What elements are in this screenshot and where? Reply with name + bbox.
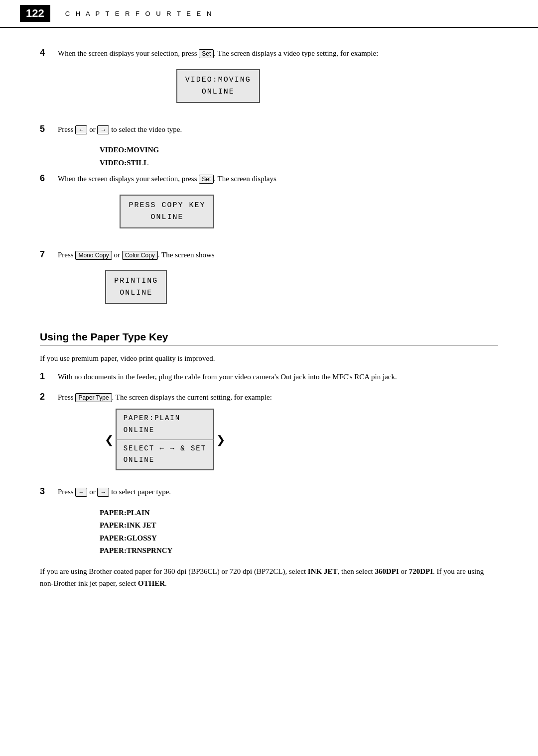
section-step-1-text: With no documents in the feeder, plug th…: [58, 371, 397, 383]
closing-bold-360dpi: 360DPI: [375, 567, 399, 575]
lcd-bot-box: SELECT ← → & SET ONLINE: [116, 439, 214, 471]
mono-copy-key: Mono Copy: [75, 251, 112, 260]
lcd-top-box: PAPER:PLAIN ONLINE: [116, 409, 214, 439]
lcd-6-content: PRESS COPY KEY ONLINE: [120, 195, 214, 228]
option-paper-glossy: PAPER:GLOSSY: [100, 532, 498, 545]
step-4: 4 When the screen displays your selectio…: [40, 48, 498, 115]
closing-bold-720dpi: 720DPI: [409, 567, 433, 575]
closing-bold-other: OTHER: [138, 579, 165, 587]
step-7-text: Press Mono Copy or Color Copy. The scree…: [58, 249, 215, 317]
lcd-display-7: PRINTING ONLINE: [58, 265, 215, 309]
step-5: 5 Press ← or → to select the video type.: [40, 124, 498, 135]
lcd-display-section-2: ❮ PAPER:PLAIN ONLINE SELECT ← → & SET ON…: [58, 409, 272, 470]
closing-text: If you are using Brother coated paper fo…: [40, 565, 498, 589]
page-header: 122 C H A P T E R F O U R T E E N: [0, 0, 538, 28]
left-arrow-key-3: ←: [75, 488, 87, 497]
step-6-text: When the screen displays your selection,…: [58, 173, 276, 240]
section-step-2-text: Press Paper Type. The screen displays th…: [58, 392, 272, 478]
lcd-group: PAPER:PLAIN ONLINE SELECT ← → & SET ONLI…: [116, 409, 214, 470]
set-key: Set: [199, 49, 214, 58]
section-step-1-number: 1: [40, 371, 54, 382]
step-4-text: When the screen displays your selection,…: [58, 48, 378, 115]
section-step-3-options: PAPER:PLAIN PAPER:INK JET PAPER:GLOSSY P…: [100, 507, 498, 557]
paper-type-key: Paper Type: [75, 393, 112, 402]
step-7: 7 Press Mono Copy or Color Copy. The scr…: [40, 249, 498, 317]
section-title: Using the Paper Type Key: [40, 331, 498, 345]
lcd-left-arrow: ❮: [105, 432, 114, 448]
step-5-options: VIDEO:MOVING VIDEO:STILL: [100, 144, 498, 169]
section-step-3: 3 Press ← or → to select paper type.: [40, 486, 498, 498]
option-paper-plain: PAPER:PLAIN: [100, 507, 498, 520]
step-5-number: 5: [40, 124, 54, 134]
closing-bold-inkjet: INK JET: [308, 567, 338, 575]
lcd-right-arrow: ❯: [216, 432, 225, 448]
lcd-7-content: PRINTING ONLINE: [105, 270, 167, 304]
section-step-1: 1 With no documents in the feeder, plug …: [40, 371, 498, 383]
step-6-number: 6: [40, 173, 54, 184]
set-key-6: Set: [199, 175, 214, 184]
lcd-4-content: VIDEO:MOVING ONLINE: [176, 69, 260, 103]
option-paper-trnsprncy: PAPER:TRNSPRNCY: [100, 544, 498, 557]
step-4-number: 4: [40, 48, 54, 58]
lcd-display-4: VIDEO:MOVING ONLINE: [58, 64, 378, 108]
section-step-3-text: Press ← or → to select paper type.: [58, 486, 171, 498]
right-arrow-key-3: →: [97, 488, 109, 497]
color-copy-key: Color Copy: [122, 251, 158, 260]
section-intro: If you use premium paper, video print qu…: [40, 352, 498, 364]
page-number: 122: [20, 5, 50, 22]
section-step-2-number: 2: [40, 392, 54, 402]
step-6: 6 When the screen displays your selectio…: [40, 173, 498, 240]
chapter-title: C H A P T E R F O U R T E E N: [65, 10, 214, 17]
section-step-3-number: 3: [40, 486, 54, 497]
step-7-number: 7: [40, 249, 54, 260]
option-paper-inkjet: PAPER:INK JET: [100, 519, 498, 532]
step-5-text: Press ← or → to select the video type.: [58, 124, 182, 135]
page-content: 4 When the screen displays your selectio…: [0, 28, 538, 616]
left-arrow-key-5: ←: [75, 125, 87, 134]
right-arrow-key-5: →: [97, 125, 109, 134]
lcd-display-6: PRESS COPY KEY ONLINE: [58, 190, 276, 233]
option-video-moving: VIDEO:MOVING: [100, 144, 498, 157]
option-video-still: VIDEO:STILL: [100, 157, 498, 170]
section-step-2: 2 Press Paper Type. The screen displays …: [40, 392, 498, 478]
